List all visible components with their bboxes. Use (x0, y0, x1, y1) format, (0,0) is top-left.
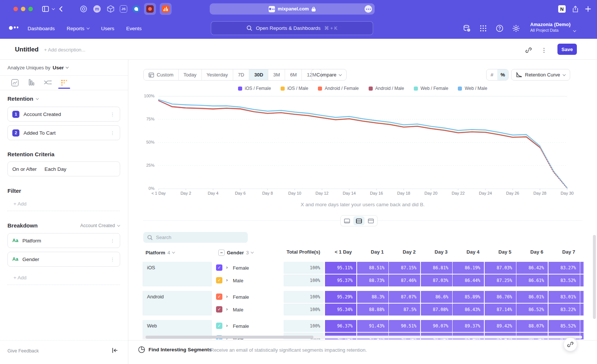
window-zoom-button[interactable] (28, 7, 33, 11)
global-search[interactable]: Open Reports & Dashboards ⌘ + K (211, 21, 373, 35)
retention-cell[interactable]: 87.03% (421, 274, 452, 286)
retention-cell[interactable]: 83.27% (548, 262, 580, 274)
filter-add-button[interactable]: + Add (7, 197, 120, 211)
retention-cell[interactable]: 95.37% (325, 274, 356, 286)
series-line[interactable] (159, 100, 540, 146)
retention-cell[interactable]: 87.25% (485, 274, 516, 286)
retention-cell[interactable]: 87.08% (421, 304, 452, 316)
retention-cell[interactable]: 88.07% (516, 320, 548, 332)
tab-active-app[interactable] (144, 3, 156, 15)
series-line[interactable] (159, 101, 540, 147)
retention-cell[interactable]: 86.6% (421, 291, 452, 303)
retention-cell[interactable]: 86.52% (516, 304, 548, 316)
retention-cell[interactable]: 95.11% (325, 262, 356, 274)
compare-button[interactable]: Compare (311, 69, 347, 81)
chevron-right-icon[interactable]: › (226, 306, 228, 312)
row-checkbox[interactable]: ✓ (216, 323, 222, 329)
retention-cell[interactable]: 86.76% (485, 291, 516, 303)
find-segments-link[interactable]: Find Interesting Segments (149, 347, 212, 352)
chevron-right-icon[interactable]: › (226, 323, 228, 328)
retention-cell[interactable]: 87.03% (485, 262, 516, 274)
series-line[interactable] (540, 146, 567, 188)
settings-gear-icon[interactable] (512, 24, 520, 32)
criteria-card[interactable]: On or After Each Day (7, 161, 120, 176)
retention-cell[interactable]: 95.29% (325, 291, 356, 303)
save-button[interactable]: Save (557, 44, 577, 55)
horizontal-scrollbar[interactable] (146, 336, 313, 339)
range-3m-button[interactable]: 3M (268, 69, 285, 80)
window-close-button[interactable] (13, 7, 18, 11)
project-switcher[interactable]: Amazonia {Demo} All Project Data (530, 22, 571, 32)
breakdown-card[interactable]: AaPlatform⋮ (7, 233, 120, 248)
retention-cell[interactable]: 87.14% (485, 304, 516, 316)
more-options-icon[interactable]: ⋮ (110, 130, 115, 136)
retention-cell[interactable] (580, 274, 584, 286)
retention-cell[interactable]: 96.37% (325, 320, 356, 332)
retention-cell[interactable]: 86.43% (453, 304, 484, 316)
report-title[interactable]: Untitled (15, 46, 38, 53)
retention-section-heading[interactable]: Retention (7, 95, 38, 102)
chevron-down-icon[interactable] (66, 65, 69, 68)
legend-item[interactable]: Web / Male (458, 86, 487, 91)
data-management-icon[interactable] (463, 24, 471, 32)
platform-column-header[interactable]: Platform 4 (146, 248, 175, 257)
retention-cell[interactable]: 87.5% (389, 304, 420, 316)
more-options-icon[interactable]: ⋮ (110, 112, 115, 117)
back-icon[interactable] (57, 4, 64, 13)
retention-cell[interactable]: 83.52% (548, 274, 580, 286)
row-checkbox[interactable]: ✓ (216, 264, 222, 271)
retention-chart[interactable] (157, 95, 569, 190)
retention-cell[interactable]: 86.44% (453, 274, 484, 286)
legend-item[interactable]: iOS / Female (238, 86, 271, 91)
gender-column-header[interactable]: – Gender 3 (218, 248, 253, 257)
retention-cell[interactable]: 95.34% (325, 304, 356, 316)
row-checkbox[interactable]: ✓ (216, 294, 222, 300)
series-line[interactable] (540, 146, 567, 188)
range-30d-button[interactable]: 30D (249, 69, 268, 80)
range-today-button[interactable]: Today (179, 69, 202, 80)
row-checkbox[interactable]: ✓ (216, 277, 222, 283)
retention-cell[interactable]: 90.51% (389, 320, 420, 332)
tab-target-icon[interactable] (79, 4, 88, 13)
format-percent-button[interactable]: % (497, 69, 508, 80)
legend-item[interactable]: Web / Female (414, 86, 448, 91)
analyze-value[interactable]: User (53, 65, 64, 70)
more-options-icon[interactable]: ⋮ (110, 238, 115, 244)
chevron-down-icon[interactable] (51, 4, 56, 13)
retention-cell[interactable]: 90.07% (421, 320, 452, 332)
retention-cell[interactable]: 83.01% (548, 291, 580, 303)
range-7d-button[interactable]: 7D (233, 69, 250, 80)
range-6m-button[interactable]: 6M (285, 69, 302, 80)
retention-cell[interactable]: 88.73% (357, 274, 388, 286)
retention-cell[interactable]: 89.37% (453, 320, 484, 332)
format-number-button[interactable]: # (487, 69, 497, 80)
url-bar[interactable]: mixpanel.com (210, 3, 375, 15)
series-line[interactable] (540, 147, 567, 188)
url-more-button[interactable] (365, 5, 372, 13)
layout-table-only-button[interactable] (365, 216, 376, 225)
retention-cell[interactable]: 87.15% (389, 262, 420, 274)
retention-cell[interactable]: 88.3% (357, 291, 388, 303)
chevron-right-icon[interactable]: › (226, 264, 228, 270)
retention-cell[interactable]: 83.22% (548, 304, 580, 316)
retention-cell[interactable]: 86.61% (516, 274, 548, 286)
window-minimize-button[interactable] (21, 7, 25, 11)
chevron-right-icon[interactable]: › (226, 294, 228, 299)
table-search[interactable] (143, 232, 248, 243)
sidebar-toggle-icon[interactable] (41, 4, 50, 13)
tab-funnels[interactable] (27, 77, 36, 88)
tab-avatar-icon[interactable]: m (93, 4, 101, 13)
more-options-icon[interactable]: ⋮ (540, 46, 548, 54)
tab-flows[interactable] (43, 77, 52, 88)
legend-item[interactable]: Android / Male (369, 86, 404, 91)
criteria-each-day[interactable]: Each Day (44, 166, 66, 172)
series-line[interactable] (159, 101, 540, 148)
apps-grid-icon[interactable] (479, 24, 487, 32)
legend-item[interactable]: iOS / Male (281, 86, 308, 91)
retention-step-card[interactable]: 2Added To Cart⋮ (7, 125, 120, 140)
criteria-on-or-after[interactable]: On or After (12, 166, 37, 172)
series-line[interactable] (159, 101, 540, 148)
retention-cell[interactable] (580, 304, 584, 316)
retention-cell[interactable] (580, 262, 584, 274)
breakdown-add-button[interactable]: + Add (7, 271, 120, 285)
